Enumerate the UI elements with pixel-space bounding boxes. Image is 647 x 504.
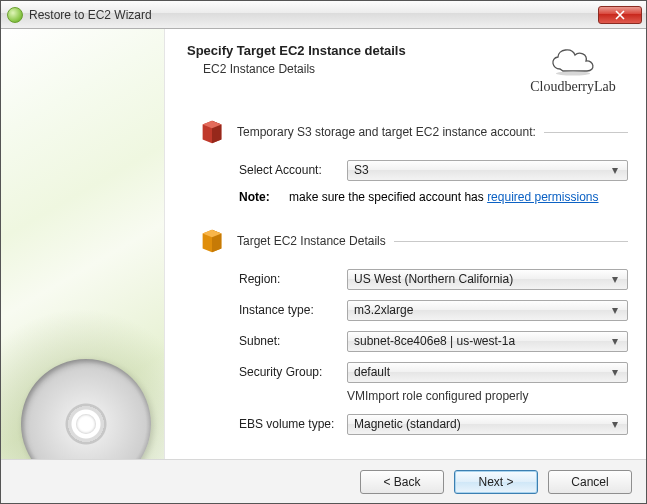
section-s3-account: Temporary S3 storage and target EC2 inst… [187,117,628,204]
region-label: Region: [239,272,347,286]
cloud-icon [546,43,600,77]
ec2-icon [197,226,227,256]
security-group-dropdown[interactable]: default ▾ [347,362,628,383]
brand-text: CloudberryLab [530,79,616,94]
s3-icon [197,117,227,147]
wizard-footer: < Back Next > Cancel [1,459,646,503]
wizard-sidebar [1,29,165,459]
chevron-down-icon: ▾ [607,334,623,348]
app-icon [7,7,23,23]
chevron-down-icon: ▾ [607,365,623,379]
instance-type-dropdown[interactable]: m3.2xlarge ▾ [347,300,628,321]
svg-point-0 [556,72,590,76]
required-permissions-link[interactable]: required permissions [487,190,598,204]
ebs-dropdown[interactable]: Magnetic (standard) ▾ [347,414,628,435]
close-button[interactable] [598,6,642,24]
page-subtitle: EC2 Instance Details [203,62,518,76]
instance-type-value: m3.2xlarge [354,303,607,317]
wizard-body: Specify Target EC2 Instance details EC2 … [1,29,646,459]
account-dropdown[interactable]: S3 ▾ [347,160,628,181]
ebs-label: EBS volume type: [239,417,347,431]
back-button[interactable]: < Back [360,470,444,494]
subnet-value: subnet-8ce406e8 | us-west-1a [354,334,607,348]
region-value: US West (Northern California) [354,272,607,286]
window-title: Restore to EC2 Wizard [29,8,598,22]
security-group-label: Security Group: [239,365,347,379]
chevron-down-icon: ▾ [607,163,623,177]
titlebar: Restore to EC2 Wizard [1,1,646,29]
subnet-label: Subnet: [239,334,347,348]
account-label: Select Account: [239,163,347,177]
ebs-value: Magnetic (standard) [354,417,607,431]
note-label: Note: [239,190,279,204]
section-ec2-title: Target EC2 Instance Details [237,234,386,248]
section-s3-title: Temporary S3 storage and target EC2 inst… [237,125,536,139]
brand-logo: CloudberryLab [518,43,628,95]
page-title: Specify Target EC2 Instance details [187,43,518,58]
note-text: make sure the specified account has requ… [289,190,599,204]
cancel-button[interactable]: Cancel [548,470,632,494]
next-button[interactable]: Next > [454,470,538,494]
instance-type-label: Instance type: [239,303,347,317]
vmimport-status: VMImport role configured properly [347,389,628,403]
chevron-down-icon: ▾ [607,303,623,317]
region-dropdown[interactable]: US West (Northern California) ▾ [347,269,628,290]
chevron-down-icon: ▾ [607,272,623,286]
security-group-value: default [354,365,607,379]
disc-graphic [21,359,151,459]
subnet-dropdown[interactable]: subnet-8ce406e8 | us-west-1a ▾ [347,331,628,352]
chevron-down-icon: ▾ [607,417,623,431]
close-icon [615,10,625,20]
section-ec2-details: Target EC2 Instance Details Region: US W… [187,226,628,435]
wizard-content: Specify Target EC2 Instance details EC2 … [165,29,646,459]
account-value: S3 [354,163,607,177]
